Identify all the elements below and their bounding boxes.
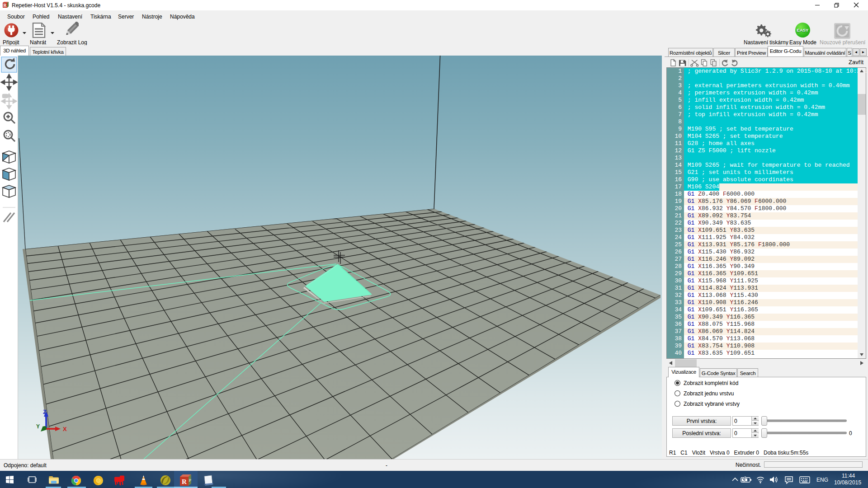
svg-text:R: R <box>3 3 7 8</box>
svg-text:Z: Z <box>43 408 47 415</box>
svg-text:R: R <box>182 478 187 485</box>
svg-text:P: P <box>189 478 192 483</box>
svg-text:X: X <box>63 426 67 432</box>
svg-text:Y: Y <box>36 423 40 430</box>
svg-text:EASY: EASY <box>797 28 809 33</box>
